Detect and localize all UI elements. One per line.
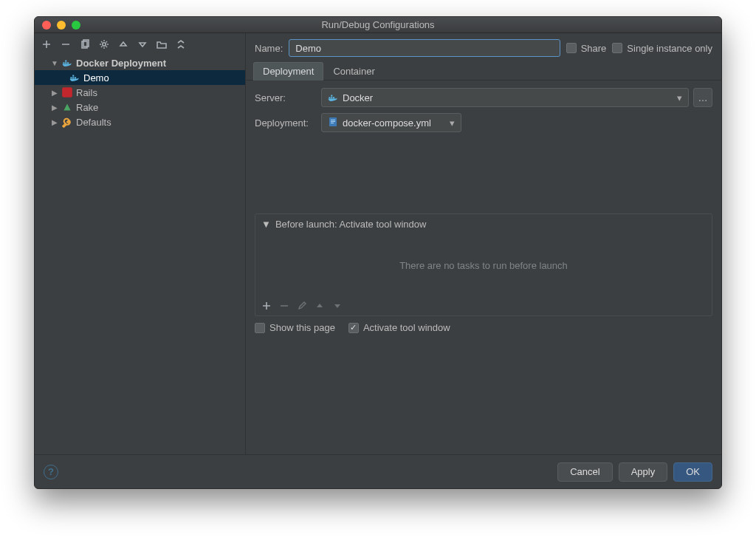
before-launch-toolbar bbox=[255, 296, 712, 315]
docker-icon bbox=[328, 92, 338, 103]
sidebar: ▼ Docker Deployment Demo ▶ bbox=[35, 33, 246, 454]
add-icon[interactable] bbox=[41, 38, 52, 50]
chevron-right-icon: ▶ bbox=[51, 103, 58, 112]
tree-label: Demo bbox=[83, 72, 109, 83]
footer: ? Cancel Apply OK bbox=[35, 454, 721, 488]
checkbox-icon bbox=[612, 43, 622, 53]
deployment-panel: Server: Docker ▾ … Deployment: bbox=[246, 81, 721, 209]
svg-rect-9 bbox=[75, 77, 76, 78]
tree-group-rake[interactable]: ▶ Rake bbox=[35, 100, 245, 115]
before-launch-section: ▼ Before launch: Activate tool window Th… bbox=[255, 213, 712, 316]
checkbox-icon bbox=[348, 323, 359, 333]
dialog-window: Run/Debug Configurations ▼ bbox=[34, 16, 722, 489]
main-area: ▼ Docker Deployment Demo ▶ bbox=[35, 33, 721, 454]
checkbox-icon bbox=[255, 323, 265, 333]
help-button[interactable]: ? bbox=[44, 465, 58, 479]
name-input[interactable] bbox=[289, 39, 560, 57]
svg-rect-8 bbox=[72, 77, 74, 78]
cancel-button[interactable]: Cancel bbox=[557, 462, 612, 482]
before-launch-empty-text: There are no tasks to run before launch bbox=[399, 260, 568, 271]
form-spacer bbox=[255, 138, 712, 209]
tree-item-demo[interactable]: Demo bbox=[35, 70, 245, 85]
tree-label: Rake bbox=[76, 102, 98, 113]
ok-button[interactable]: OK bbox=[673, 462, 712, 482]
chevron-down-icon: ▼ bbox=[51, 59, 58, 67]
rake-icon bbox=[61, 101, 73, 113]
docker-icon bbox=[69, 72, 80, 83]
window-title: Run/Debug Configurations bbox=[35, 19, 721, 30]
sidebar-toolbar bbox=[35, 33, 245, 55]
tree-label: Defaults bbox=[76, 117, 111, 128]
copy-icon[interactable] bbox=[79, 38, 91, 50]
svg-rect-4 bbox=[65, 62, 66, 64]
show-this-page-checkbox[interactable]: Show this page bbox=[255, 322, 335, 333]
svg-rect-14 bbox=[333, 97, 334, 98]
svg-rect-11 bbox=[62, 87, 72, 98]
share-checkbox[interactable]: Share bbox=[566, 43, 607, 54]
add-icon[interactable] bbox=[261, 301, 272, 311]
svg-rect-17 bbox=[331, 120, 335, 120]
svg-rect-3 bbox=[63, 62, 64, 64]
wrench-icon bbox=[61, 116, 73, 128]
edit-icon[interactable] bbox=[297, 301, 307, 311]
svg-rect-19 bbox=[331, 123, 334, 123]
deployment-row: Deployment: docker-compose.yml ▾ bbox=[255, 113, 712, 132]
svg-point-2 bbox=[103, 43, 106, 46]
server-value: Docker bbox=[343, 92, 373, 103]
name-label: Name: bbox=[255, 43, 283, 54]
tree-label: Rails bbox=[76, 87, 97, 98]
activate-tool-window-label: Activate tool window bbox=[363, 322, 450, 333]
config-tree[interactable]: ▼ Docker Deployment Demo ▶ bbox=[35, 55, 245, 454]
before-launch-list[interactable]: There are no tasks to run before launch bbox=[255, 234, 712, 296]
docker-icon bbox=[61, 57, 73, 69]
server-browse-button[interactable]: … bbox=[693, 88, 712, 107]
svg-rect-15 bbox=[331, 95, 332, 96]
chevron-right-icon: ▶ bbox=[51, 89, 58, 97]
svg-rect-7 bbox=[70, 77, 72, 78]
content-spacer bbox=[246, 333, 721, 454]
tree-group-rails[interactable]: ▶ Rails bbox=[35, 85, 245, 100]
deployment-value: docker-compose.yml bbox=[343, 117, 431, 129]
svg-rect-12 bbox=[329, 97, 330, 98]
server-dropdown[interactable]: Docker ▾ bbox=[321, 88, 689, 107]
up-icon[interactable] bbox=[117, 38, 129, 50]
tab-container[interactable]: Container bbox=[323, 62, 384, 81]
chevron-right-icon: ▶ bbox=[51, 118, 58, 126]
up-icon[interactable] bbox=[315, 301, 325, 311]
single-instance-label: Single instance only bbox=[627, 43, 712, 54]
down-icon[interactable] bbox=[332, 301, 343, 311]
titlebar: Run/Debug Configurations bbox=[35, 17, 721, 33]
remove-icon[interactable] bbox=[60, 38, 72, 50]
svg-rect-10 bbox=[72, 75, 74, 77]
svg-rect-6 bbox=[65, 61, 66, 62]
collapse-all-icon[interactable] bbox=[175, 38, 187, 50]
settings-icon[interactable] bbox=[98, 38, 110, 50]
tree-group-defaults[interactable]: ▶ Defaults bbox=[35, 115, 245, 129]
content-pane: Name: Share Single instance only Deploym… bbox=[246, 33, 721, 454]
deployment-dropdown[interactable]: docker-compose.yml ▾ bbox=[321, 113, 461, 132]
server-row: Server: Docker ▾ … bbox=[255, 88, 712, 107]
chevron-down-icon: ▾ bbox=[677, 92, 682, 103]
before-launch-header[interactable]: ▼ Before launch: Activate tool window bbox=[255, 214, 712, 234]
rails-icon bbox=[61, 86, 73, 98]
before-launch-title: Before launch: Activate tool window bbox=[275, 219, 427, 230]
activate-tool-window-checkbox[interactable]: Activate tool window bbox=[348, 322, 450, 333]
yaml-file-icon bbox=[328, 117, 338, 129]
folder-icon[interactable] bbox=[156, 38, 168, 50]
tree-label: Docker Deployment bbox=[76, 58, 166, 69]
single-instance-checkbox[interactable]: Single instance only bbox=[612, 43, 712, 54]
apply-button[interactable]: Apply bbox=[619, 462, 668, 482]
tab-deployment[interactable]: Deployment bbox=[253, 62, 323, 81]
share-label: Share bbox=[581, 43, 607, 54]
name-row: Name: Share Single instance only bbox=[246, 33, 721, 61]
server-label: Server: bbox=[255, 92, 321, 103]
dialog-body: ▼ Docker Deployment Demo ▶ bbox=[35, 33, 721, 488]
after-checks: Show this page Activate tool window bbox=[246, 316, 721, 333]
show-this-page-label: Show this page bbox=[269, 322, 335, 333]
checkbox-icon bbox=[566, 43, 577, 53]
down-icon[interactable] bbox=[137, 38, 148, 50]
remove-icon[interactable] bbox=[279, 301, 289, 311]
svg-rect-18 bbox=[331, 121, 335, 122]
svg-rect-13 bbox=[331, 97, 332, 98]
tree-group-docker-deployment[interactable]: ▼ Docker Deployment bbox=[35, 55, 245, 70]
